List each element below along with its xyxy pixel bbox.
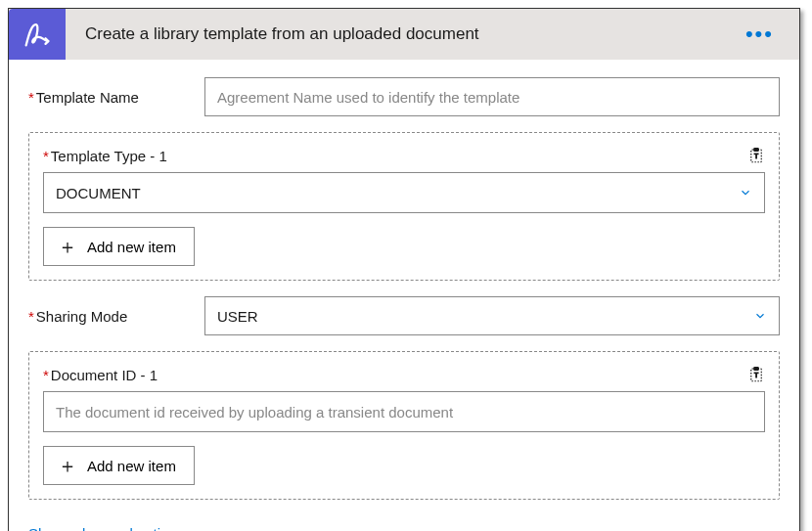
dynamic-content-icon[interactable]: T bbox=[747, 366, 765, 383]
svg-text:T: T bbox=[754, 153, 758, 159]
sharing-mode-select[interactable]: USER bbox=[204, 296, 780, 335]
sharing-mode-label: *Sharing Mode bbox=[28, 308, 204, 325]
dynamic-content-icon[interactable]: T bbox=[747, 147, 765, 164]
template-type-label: *Template Type - 1 bbox=[43, 148, 167, 164]
svg-text:T: T bbox=[754, 372, 758, 378]
card-title: Create a library template from an upload… bbox=[66, 24, 740, 44]
template-name-input[interactable] bbox=[204, 77, 780, 116]
template-name-row: *Template Name bbox=[28, 77, 780, 116]
plus-icon: ＋ bbox=[58, 456, 77, 475]
chevron-down-icon bbox=[739, 186, 752, 199]
card-body: *Template Name *Template Type - 1 T DOCU… bbox=[9, 60, 799, 531]
plus-icon: ＋ bbox=[58, 237, 77, 256]
template-name-label: *Template Name bbox=[28, 89, 204, 106]
chevron-down-icon bbox=[192, 528, 205, 532]
svg-rect-1 bbox=[754, 149, 759, 152]
document-id-input[interactable] bbox=[43, 391, 765, 432]
add-document-id-button[interactable]: ＋ Add new item bbox=[43, 446, 195, 485]
template-type-group: *Template Type - 1 T DOCUMENT ＋ Add new … bbox=[28, 132, 780, 281]
add-template-type-button[interactable]: ＋ Add new item bbox=[43, 227, 195, 266]
sharing-mode-row: *Sharing Mode USER bbox=[28, 296, 780, 335]
document-id-group: *Document ID - 1 T ＋ Add new item bbox=[28, 351, 780, 500]
show-advanced-options-link[interactable]: Show advanced options bbox=[28, 525, 205, 531]
template-type-select[interactable]: DOCUMENT bbox=[43, 172, 765, 213]
svg-rect-4 bbox=[754, 368, 759, 371]
action-card: Create a library template from an upload… bbox=[8, 8, 800, 531]
card-header: Create a library template from an upload… bbox=[9, 9, 799, 60]
adobe-sign-icon bbox=[9, 9, 66, 60]
more-options-button[interactable]: ••• bbox=[740, 28, 780, 40]
document-id-label: *Document ID - 1 bbox=[43, 367, 158, 383]
chevron-down-icon bbox=[753, 309, 767, 323]
